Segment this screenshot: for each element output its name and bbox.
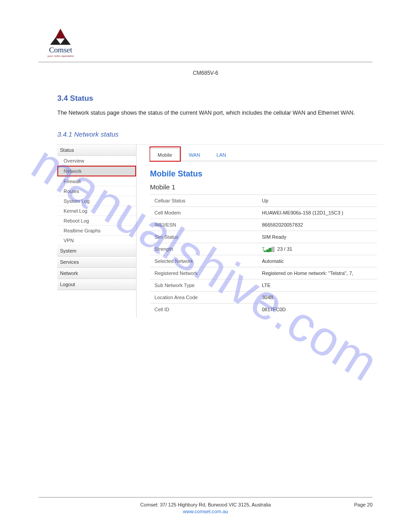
tab-lan[interactable]: LAN xyxy=(210,149,233,161)
status-value: 304B xyxy=(262,291,377,303)
status-value: SIM Ready xyxy=(262,231,377,243)
status-key: Sub Network Type xyxy=(150,279,262,291)
tab-bar: Mobile WAN LAN xyxy=(150,145,377,161)
sidebar-item-firewall[interactable]: Firewall xyxy=(57,176,136,186)
sidebar-item-kernel-log[interactable]: Kernel Log xyxy=(57,206,136,216)
status-value: T▂▄▆█23 / 31 xyxy=(262,243,377,255)
section-heading: 3.4 Status xyxy=(57,94,372,103)
status-row: Registered NetworkRegistered on Home net… xyxy=(150,267,377,279)
sidebar-item-system-log[interactable]: System Log xyxy=(57,196,136,206)
sidebar-item-routes[interactable]: Routes xyxy=(57,186,136,196)
status-key: Selected Network xyxy=(150,255,262,267)
status-key: IMEI/ESN xyxy=(150,219,262,231)
status-key: Sim Status xyxy=(150,231,262,243)
signal-bars-icon: T▂▄▆█ xyxy=(262,247,274,252)
subsection-heading: 3.4.1 Network status xyxy=(57,130,372,138)
footer-page: Page 20 xyxy=(354,502,372,507)
sidebar-item-reboot-log[interactable]: Reboot Log xyxy=(57,216,136,226)
status-key: Cell Modem xyxy=(150,206,262,219)
status-value: LTE xyxy=(262,279,377,291)
status-row: Selected NetworkAutomatic xyxy=(150,255,377,267)
sidebar-section-services[interactable]: Services xyxy=(57,257,136,268)
status-row: Location Area Code304B xyxy=(150,291,377,303)
status-row: Sub Network TypeLTE xyxy=(150,279,377,291)
status-value: Up xyxy=(262,194,377,206)
logo-triangle-icon xyxy=(50,29,71,45)
page-footer: Comset: 37/ 125 Highbury Rd, Burwood VIC… xyxy=(39,497,372,514)
status-value: Automatic xyxy=(262,255,377,267)
status-table: Celluar StatusUpCell ModemHUAWEI-ME906s-… xyxy=(150,194,377,316)
main-title: Mobile Status xyxy=(150,169,377,179)
status-key: Cell ID xyxy=(150,303,262,315)
status-row: Celluar StatusUp xyxy=(150,194,377,206)
status-value: HUAWEI-ME906s-158 (12D1_15C3 ) xyxy=(262,206,377,219)
status-key: Celluar Status xyxy=(150,194,262,206)
status-row: Cell ModemHUAWEI-ME906s-158 (12D1_15C3 ) xyxy=(150,206,377,219)
sidebar-section-system[interactable]: System xyxy=(57,245,136,257)
page-content: CM685V-6 3.4 Status The Network status p… xyxy=(39,67,372,317)
logo: Comset your m2m specialist xyxy=(47,29,74,57)
model-label: CM685V-6 xyxy=(39,70,372,76)
status-row: IMEI/ESN866582020057832 xyxy=(150,219,377,231)
status-row: Sim StatusSIM Ready xyxy=(150,231,377,243)
status-value: 866582020057832 xyxy=(262,219,377,231)
main-subtitle: Mobile 1 xyxy=(150,183,377,191)
sidebar-item-overview[interactable]: Overview xyxy=(57,156,136,166)
page-header: Comset your m2m specialist xyxy=(39,29,372,62)
main-panel: Mobile WAN LAN Mobile Status Mobile 1 Ce… xyxy=(137,145,384,320)
router-ui-screenshot: Status Overview Network Firewall Routes … xyxy=(57,144,384,317)
section-paragraph: The Network status page shows the status… xyxy=(57,109,372,117)
sidebar-item-vpn[interactable]: VPN xyxy=(57,236,136,245)
sidebar-section-network[interactable]: Network xyxy=(57,268,136,279)
logo-tagline: your m2m specialist xyxy=(47,55,74,57)
logo-brand: Comset xyxy=(47,46,74,55)
tab-mobile[interactable]: Mobile xyxy=(150,148,180,161)
status-value-text: 23 / 31 xyxy=(277,246,292,252)
status-value: Registered on Home network: "Telstra", 7… xyxy=(262,267,377,279)
status-key: Location Area Code xyxy=(150,291,262,303)
footer-url: www.comset.com.au xyxy=(39,509,372,514)
status-row: Cell ID0817FC0D xyxy=(150,303,377,315)
sidebar-section-status[interactable]: Status xyxy=(57,145,136,156)
status-row: StrengthT▂▄▆█23 / 31 xyxy=(150,243,377,255)
status-value: 0817FC0D xyxy=(262,303,377,315)
sidebar-section-logout[interactable]: Logout xyxy=(57,279,136,290)
footer-address: Comset: 37/ 125 Highbury Rd, Burwood VIC… xyxy=(39,502,372,507)
tab-wan[interactable]: WAN xyxy=(182,149,207,161)
sidebar-item-realtime-graphs[interactable]: Realtime Graphs xyxy=(57,226,136,236)
sidebar-item-network[interactable]: Network xyxy=(57,166,136,176)
sidebar: Status Overview Network Firewall Routes … xyxy=(57,145,137,317)
status-key: Registered Network xyxy=(150,267,262,279)
status-key: Strength xyxy=(150,243,262,255)
